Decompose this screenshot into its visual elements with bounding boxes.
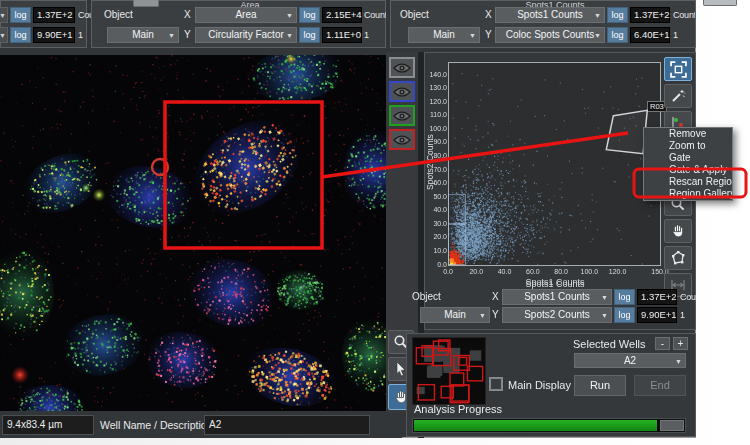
y-tick-label: 0.0 bbox=[422, 261, 447, 268]
object-value: Main bbox=[132, 29, 154, 40]
axis-max-value[interactable]: 1.37E+2 bbox=[33, 7, 75, 23]
y-axis-label: Y bbox=[485, 27, 492, 43]
log-scale-button[interactable]: log bbox=[614, 289, 635, 305]
y-tick-label: 140.0 bbox=[422, 71, 447, 78]
channel-eye-button-red[interactable] bbox=[389, 129, 415, 150]
chevron-down-icon: ▼ bbox=[286, 9, 293, 23]
object-label: Object bbox=[400, 7, 429, 23]
object-label: Object bbox=[412, 289, 441, 305]
x-tick-label: 0.0 bbox=[433, 268, 463, 275]
y-axis-label: Y bbox=[492, 307, 499, 323]
chevron-down-icon: ▼ bbox=[601, 291, 608, 305]
x-parameter-dropdown[interactable]: Spots1 Counts▼ bbox=[502, 289, 612, 305]
menu-item-region-gallery[interactable]: Region Gallery bbox=[644, 188, 732, 200]
menu-item-gate-apply[interactable]: Gate & Apply bbox=[644, 164, 732, 176]
eye-icon bbox=[393, 110, 411, 122]
x-parameter-value: Spots1 Counts bbox=[517, 9, 583, 20]
object-label: Object bbox=[104, 7, 133, 23]
log-scale-button[interactable]: log bbox=[607, 7, 628, 23]
pan-hand-icon bbox=[670, 223, 686, 239]
chevron-down-icon: ▼ bbox=[675, 355, 682, 369]
gate-rectangle[interactable] bbox=[448, 194, 466, 224]
x-parameter-dropdown[interactable]: Spots1 Counts▼ bbox=[495, 7, 605, 23]
main-display-label: Main Display bbox=[508, 377, 571, 393]
object-value: Main bbox=[433, 29, 455, 40]
y-axis-title: Spots2 Counts bbox=[425, 116, 435, 208]
window-artifact-partial-icon bbox=[703, 0, 737, 6]
eye-icon bbox=[393, 86, 411, 98]
scatter-plot[interactable] bbox=[449, 63, 660, 265]
x-max-value[interactable]: 1.37E+2 bbox=[637, 289, 677, 305]
x-parameter-value: Area bbox=[235, 9, 256, 20]
chevron-down-icon[interactable]: ▼ bbox=[0, 27, 8, 43]
log-scale-button[interactable]: log bbox=[299, 27, 320, 43]
application-window: ▼ log 1.37E+2 Counts ▼ log 9.90E+1 1 Are… bbox=[0, 0, 696, 438]
chevron-down-icon: ▼ bbox=[594, 9, 601, 23]
x-max-value[interactable]: 2.15E+4 bbox=[322, 7, 362, 23]
chevron-down-icon[interactable]: ▼ bbox=[0, 7, 8, 23]
channel-eye-button-green[interactable] bbox=[389, 105, 415, 126]
pan-hand-button[interactable] bbox=[664, 219, 692, 243]
menu-item-remove[interactable]: Remove bbox=[644, 128, 732, 140]
analysis-progress-bar bbox=[412, 418, 686, 433]
well-name-input[interactable]: A2 bbox=[204, 415, 370, 435]
object-dropdown[interactable]: Main▼ bbox=[420, 307, 490, 323]
x-max-value[interactable]: 1.37E+2 bbox=[630, 7, 670, 23]
y-tick-label: 120.0 bbox=[422, 98, 447, 105]
y-tick-label: 10.0 bbox=[422, 247, 447, 254]
microscopy-image[interactable] bbox=[0, 55, 386, 411]
log-scale-button[interactable]: log bbox=[607, 27, 628, 43]
y-unit-label: 1 bbox=[680, 307, 692, 323]
log-scale-button[interactable]: log bbox=[299, 7, 320, 23]
x-tick-label: 40.0 bbox=[490, 268, 520, 275]
region-map-thumbnail[interactable] bbox=[412, 337, 486, 405]
y-parameter-dropdown[interactable]: Coloc Spots Counts▼ bbox=[495, 27, 605, 43]
x-unit-label: Counts bbox=[680, 289, 696, 305]
y-max-value[interactable]: 9.90E+1 bbox=[637, 307, 677, 323]
fit-view-button[interactable] bbox=[664, 57, 692, 81]
chevron-down-icon: ▼ bbox=[594, 29, 601, 43]
object-dropdown[interactable]: Main▼ bbox=[408, 27, 480, 43]
axis-min-value[interactable]: 9.90E+1 bbox=[33, 27, 75, 43]
log-scale-button[interactable]: log bbox=[10, 27, 31, 43]
progress-remainder bbox=[660, 420, 684, 431]
y-parameter-value: Spots2 Counts bbox=[524, 309, 590, 320]
object-dropdown[interactable]: Main▼ bbox=[107, 27, 179, 43]
channel-eye-button-overlay[interactable] bbox=[389, 57, 415, 78]
magic-wand-button[interactable] bbox=[664, 84, 692, 108]
eye-icon bbox=[393, 134, 411, 146]
x-tick-label: 60.0 bbox=[518, 268, 548, 275]
eye-icon bbox=[393, 62, 411, 74]
region-context-menu: RemoveZoom toGateGate & ApplyRescan Regi… bbox=[643, 127, 733, 201]
panel-button-partial-icon[interactable] bbox=[133, 0, 159, 7]
x-tick-label: 20.0 bbox=[461, 268, 491, 275]
main-display-checkbox[interactable] bbox=[489, 377, 503, 391]
selected-wells-label: Selected Wells bbox=[573, 336, 646, 352]
object-value: Main bbox=[444, 309, 466, 320]
analysis-progress-label: Analysis Progress bbox=[414, 401, 502, 417]
selected-well-dropdown[interactable]: A2▼ bbox=[574, 353, 686, 368]
run-button[interactable]: Run bbox=[574, 375, 626, 396]
log-scale-button[interactable]: log bbox=[614, 307, 635, 323]
y-max-value[interactable]: 6.40E+1 bbox=[630, 27, 670, 43]
y-max-value[interactable]: 1.11E+0 bbox=[322, 27, 362, 43]
well-add-button[interactable]: + bbox=[673, 337, 688, 350]
axis-unit-label: 1 bbox=[78, 27, 88, 43]
y-tick-label: 30.0 bbox=[422, 220, 447, 227]
y-parameter-value: Coloc Spots Counts bbox=[506, 29, 594, 40]
x-tick-label: 120.0 bbox=[603, 268, 633, 275]
y-parameter-dropdown[interactable]: Spots2 Counts▼ bbox=[502, 307, 612, 323]
polygon-gate-button[interactable] bbox=[664, 246, 692, 270]
end-button[interactable]: End bbox=[634, 375, 686, 396]
log-scale-button[interactable]: log bbox=[10, 7, 31, 23]
gate-rectangle[interactable] bbox=[448, 224, 466, 265]
x-parameter-dropdown[interactable]: Area▼ bbox=[195, 7, 297, 23]
channel-eye-button-blue[interactable] bbox=[389, 81, 415, 102]
y-parameter-dropdown[interactable]: Circularity Factor▼ bbox=[195, 27, 297, 43]
y-unit-label: 1 bbox=[673, 27, 685, 43]
menu-item-zoom-to[interactable]: Zoom to bbox=[644, 140, 732, 152]
menu-item-gate[interactable]: Gate bbox=[644, 152, 732, 164]
menu-item-rescan-region[interactable]: Rescan Region bbox=[644, 176, 732, 188]
well-remove-button[interactable]: - bbox=[655, 337, 670, 350]
progress-fill bbox=[414, 420, 657, 431]
